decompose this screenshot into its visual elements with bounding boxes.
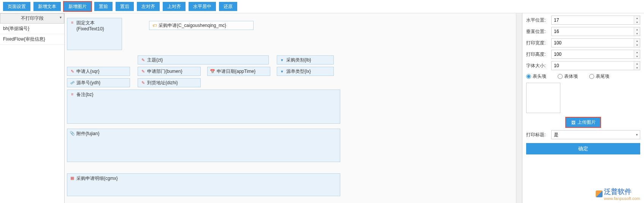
field-label: 采购申请{C_caigoushenqing_mc}: [159, 22, 226, 29]
add-text-button[interactable]: 新增文本: [33, 2, 61, 11]
upload-label: 上传图片: [577, 119, 596, 126]
print-title-select[interactable]: [551, 130, 640, 139]
radio-input[interactable]: [589, 74, 594, 79]
prop-label: 打印标题:: [526, 132, 549, 138]
font-size-input[interactable]: [551, 61, 640, 70]
field-label: 申请日期{appTime}: [217, 68, 255, 75]
chevron-down-icon: ▾: [634, 20, 640, 24]
confirm-button[interactable]: 确定: [526, 143, 640, 154]
field-label: 采购类别{lb}: [286, 57, 311, 63]
edit-icon: ✎: [70, 69, 75, 74]
bring-front-button[interactable]: 置前: [94, 2, 113, 11]
prop-label: 字体大小:: [526, 63, 549, 69]
prop-label: 打印宽度:: [526, 40, 549, 46]
h-pos-input[interactable]: [551, 16, 640, 25]
logo-icon: [596, 190, 603, 197]
chevron-up-icon: ▴: [634, 39, 640, 43]
page-settings-button[interactable]: 页面设置: [3, 2, 30, 11]
field-label: 申请部门{bumen}: [147, 68, 182, 75]
prop-label: 打印高度:: [526, 51, 549, 58]
chevron-up-icon: ▴: [634, 61, 640, 66]
center-horizontal-button[interactable]: 水平居中: [189, 2, 216, 11]
add-image-button[interactable]: 新增图片: [64, 2, 91, 11]
chevron-down-icon: ▾: [634, 31, 640, 36]
field-label: 采购申请明细{cgmx}: [76, 175, 118, 182]
canvas-textarea-field[interactable]: ≡ 备注{bz}: [67, 90, 340, 124]
brand-name: 泛普软件: [604, 187, 640, 196]
vertical-scrollbar[interactable]: [516, 13, 522, 203]
height-input[interactable]: [551, 50, 640, 59]
sidebar-header-dropdown[interactable]: 不打印字段: [0, 13, 64, 24]
canvas-select-field[interactable]: ▾ 源单类型{lx}: [277, 67, 334, 76]
align-top-button[interactable]: 上对齐: [163, 2, 186, 11]
spinner[interactable]: ▴▾: [634, 61, 640, 70]
dropdown-icon: ▾: [279, 69, 285, 74]
canvas-detail-field[interactable]: ▦ 采购申请明细{cgmx}: [67, 173, 340, 196]
field-label: 到货地址{dizhi}: [147, 80, 178, 86]
radio-footer-item[interactable]: 表尾项: [589, 73, 609, 80]
restore-button[interactable]: 还原: [219, 2, 237, 11]
text-lines-icon: ≡: [70, 91, 75, 97]
link-icon: ☍: [70, 80, 75, 85]
chevron-up-icon: ▴: [634, 50, 640, 54]
sidebar-field-item[interactable]: bh{单据编号}: [0, 24, 64, 34]
chevron-down-icon: ▾: [634, 54, 640, 58]
field-label: 附件{fujian}: [76, 131, 100, 137]
edit-icon: ✎: [140, 57, 146, 63]
field-label: 备注{bz}: [76, 91, 94, 98]
width-input[interactable]: [551, 38, 640, 47]
canvas-text-field[interactable]: ✎ 到货地址{dizhi}: [138, 78, 201, 87]
spinner[interactable]: ▴▾: [634, 16, 640, 24]
canvas-text-field[interactable]: ✎ 主题{zt}: [138, 55, 269, 65]
canvas-link-field[interactable]: ☍ 源单号{ydh}: [67, 78, 130, 87]
canvas-fixed-text[interactable]: ≡ 固定文本 {FixedText10}: [67, 18, 122, 50]
field-label: 固定文本 {FixedText10}: [76, 20, 104, 31]
text-lines-icon: ≡: [70, 20, 75, 25]
chevron-down-icon: ▾: [634, 43, 640, 47]
image-icon: 🖼: [571, 120, 576, 125]
edit-icon: ✎: [140, 69, 146, 74]
watermark: 泛普软件 www.fanpusoft.com: [596, 187, 640, 201]
canvas-text-field[interactable]: ✎ 申请人{sqr}: [67, 67, 130, 76]
radio-input[interactable]: [558, 74, 563, 79]
left-sidebar: 不打印字段 bh{单据编号} FixedFlow{审批信息}: [0, 13, 65, 203]
canvas-select-field[interactable]: ▾ 采购类别{lb}: [277, 55, 334, 65]
v-pos-input[interactable]: [551, 27, 640, 36]
canvas-date-field[interactable]: 📅 申请日期{appTime}: [207, 67, 270, 76]
properties-panel: 水平位置: ▴▾ 垂直位置: ▴▾ 打印宽度: ▴▾ 打印高度: ▴▾ 字体大小…: [522, 13, 644, 203]
radio-header-item[interactable]: 表头项: [526, 73, 546, 80]
prop-label: 水平位置:: [526, 17, 549, 24]
design-canvas[interactable]: ≡ 固定文本 {FixedText10} 🏷 采购申请{C_caigoushen…: [65, 13, 522, 203]
grid-icon: ▦: [70, 175, 75, 181]
align-left-button[interactable]: 左对齐: [137, 2, 160, 11]
field-label: 源单类型{lx}: [286, 68, 311, 75]
radio-body-item[interactable]: 表体项: [558, 73, 578, 80]
sidebar-field-item[interactable]: FixedFlow{审批信息}: [0, 34, 64, 45]
toolbar: 页面设置 新增文本 新增图片 置前 置后 左对齐 上对齐 水平居中 还原: [0, 0, 644, 13]
chevron-down-icon: ▾: [634, 66, 640, 70]
field-label: 申请人{sqr}: [76, 68, 100, 75]
tag-icon: 🏷: [152, 23, 157, 28]
canvas-tag-field[interactable]: 🏷 采购申请{C_caigoushenqing_mc}: [149, 21, 254, 30]
spinner[interactable]: ▴▾: [634, 27, 640, 36]
spinner[interactable]: ▴▾: [634, 50, 640, 58]
canvas-attachment-field[interactable]: 📎 附件{fujian}: [67, 129, 340, 162]
calendar-icon: 📅: [210, 69, 215, 74]
brand-url: www.fanpusoft.com: [604, 196, 640, 201]
canvas-text-field[interactable]: ✎ 申请部门{bumen}: [138, 67, 201, 76]
radio-input[interactable]: [526, 74, 531, 79]
dropdown-icon: ▾: [279, 57, 285, 63]
field-label: 主题{zt}: [147, 57, 163, 63]
field-label: 源单号{ydh}: [76, 80, 100, 86]
upload-image-button[interactable]: 🖼 上传图片: [565, 117, 601, 128]
radio-label: 表头项: [533, 73, 546, 80]
chevron-up-icon: ▴: [634, 16, 640, 20]
send-back-button[interactable]: 置后: [116, 2, 134, 11]
image-preview-box: [526, 83, 560, 113]
radio-label: 表尾项: [596, 73, 609, 80]
spinner[interactable]: ▴▾: [634, 39, 640, 47]
chevron-up-icon: ▴: [634, 27, 640, 31]
radio-label: 表体项: [564, 73, 578, 80]
attachment-icon: 📎: [70, 131, 75, 136]
prop-label: 垂直位置:: [526, 28, 549, 35]
